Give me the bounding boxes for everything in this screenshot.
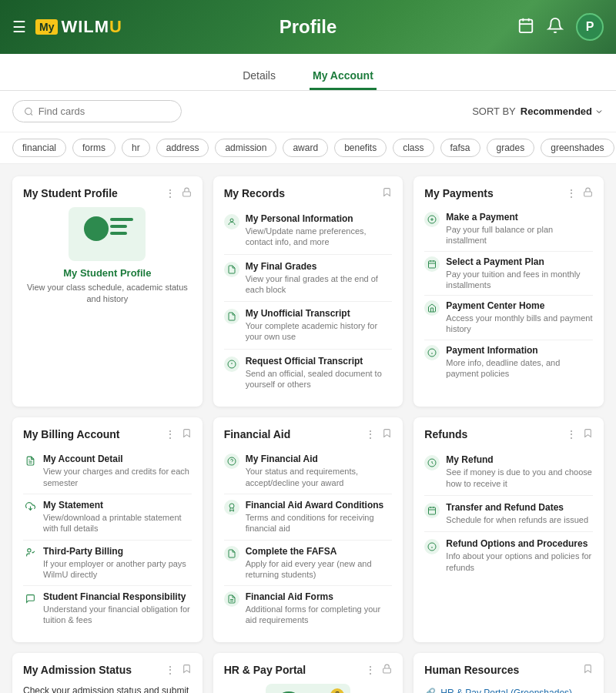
card-header-refunds: Refunds ⋮ (424, 428, 593, 440)
search-icon (24, 106, 34, 117)
chip-forms[interactable]: forms (72, 139, 116, 157)
my-payments-title: My Payments (424, 187, 493, 199)
card-human-resources: Human Resources 🔗 HR & Pay Portal (Green… (413, 653, 604, 693)
svg-rect-11 (584, 192, 592, 196)
logo-wilmu: WILMU (61, 17, 122, 37)
more-icon[interactable]: ⋮ (566, 428, 577, 440)
svg-rect-0 (520, 19, 533, 32)
svg-line-5 (31, 113, 32, 115)
chip-fafsa[interactable]: fafsa (440, 139, 480, 157)
fa-forms[interactable]: Financial Aid Forms Additional forms for… (224, 586, 393, 631)
svg-point-4 (25, 108, 32, 114)
search-input[interactable] (38, 105, 170, 117)
bell-icon[interactable] (547, 17, 564, 38)
card-header-my-payments: My Payments ⋮ (424, 187, 593, 199)
student-profile-actions: ⋮ (165, 187, 192, 199)
more-icon[interactable]: ⋮ (365, 664, 376, 676)
filter-chips: financial forms hr address admission awa… (0, 132, 616, 164)
card-financial-aid: Financial Aid ⋮ My Financial Aid Your st… (213, 417, 403, 641)
billing-statement[interactable]: My Statement View/download a printable s… (23, 494, 192, 541)
tab-my-account[interactable]: My Account (310, 63, 377, 90)
page-title: Profile (280, 16, 337, 38)
my-billing-actions: ⋮ (165, 428, 192, 440)
payment-plan[interactable]: Select a Payment Plan Pay your tuition a… (424, 252, 593, 296)
chip-admission[interactable]: admission (215, 139, 276, 157)
financial-aid-actions: ⋮ (365, 428, 392, 440)
student-profile-desc: View your class schedule, academic statu… (23, 282, 192, 306)
card-admission: My Admission Status ⋮ Check your admissi… (12, 653, 203, 693)
refund-my-refund[interactable]: My Refund See if money is due to you and… (424, 448, 593, 496)
refunds-title: Refunds (424, 428, 467, 440)
fa-my-aid[interactable]: My Financial Aid Your status and require… (224, 448, 393, 494)
chip-financial[interactable]: financial (12, 139, 66, 157)
chip-benefits[interactable]: benefits (334, 139, 387, 157)
my-records-title: My Records (224, 187, 285, 199)
more-icon[interactable]: ⋮ (365, 428, 376, 440)
student-profile-title: My Student Profile (23, 187, 118, 199)
more-icon[interactable]: ⋮ (165, 428, 176, 440)
chip-greenshades[interactable]: greenshades (541, 139, 614, 157)
student-profile-image (23, 207, 192, 261)
main-grid: My Student Profile ⋮ My Student Profile … (0, 164, 616, 693)
bookmark-icon[interactable] (182, 428, 192, 440)
chip-hr[interactable]: hr (122, 139, 150, 157)
admission-actions: ⋮ (165, 664, 192, 676)
calendar-icon[interactable] (517, 17, 534, 38)
lock-icon[interactable] (382, 664, 392, 676)
card-header-human-resources: Human Resources (424, 664, 593, 676)
bookmark-icon[interactable] (382, 428, 392, 440)
header: ☰ My WILMU Profile P (0, 0, 616, 54)
bookmark-icon[interactable] (182, 664, 192, 676)
lock-icon[interactable] (583, 187, 593, 199)
svg-point-25 (27, 549, 30, 552)
payment-make[interactable]: Make a Payment Pay your full balance or … (424, 207, 593, 252)
card-header-admission: My Admission Status ⋮ (23, 664, 192, 676)
hr-portal-title: HR & Pay Portal (224, 664, 306, 676)
payment-center[interactable]: Payment Center Home Access your monthly … (424, 296, 593, 340)
more-icon[interactable]: ⋮ (165, 664, 176, 676)
payment-info[interactable]: Payment Information More info, deadline … (424, 340, 593, 384)
refunds-actions: ⋮ (566, 428, 593, 440)
student-profile-link[interactable]: My Student Profile (23, 267, 192, 279)
svg-point-28 (229, 504, 234, 508)
chip-class[interactable]: class (393, 139, 434, 157)
chip-grades[interactable]: grades (487, 139, 535, 157)
more-icon[interactable]: ⋮ (165, 187, 176, 199)
chip-award[interactable]: award (283, 139, 328, 157)
card-header-financial-aid: Financial Aid ⋮ (224, 428, 393, 440)
record-final-grades[interactable]: My Final Grades View your final grades a… (224, 255, 393, 303)
bookmark-icon[interactable] (583, 428, 593, 440)
bookmark-icon[interactable] (583, 664, 593, 676)
billing-responsibility[interactable]: Student Financial Responsibility Underst… (23, 586, 192, 631)
card-hr-portal: HR & Pay Portal ⋮ $ ⏰ HR & Pay Portal Lo (213, 653, 403, 693)
bookmark-icon[interactable] (382, 187, 392, 199)
avatar[interactable]: P (576, 13, 604, 41)
billing-account-detail[interactable]: My Account Detail View your charges and … (23, 448, 192, 494)
hamburger-icon[interactable]: ☰ (12, 18, 26, 36)
fa-fafsa[interactable]: Complete the FAFSA Apply for aid every y… (224, 541, 393, 587)
more-icon[interactable]: ⋮ (566, 187, 577, 199)
chip-address[interactable]: address (156, 139, 209, 157)
tab-details[interactable]: Details (239, 63, 279, 90)
card-my-payments: My Payments ⋮ Make a Payment Pay your fu… (413, 176, 604, 407)
card-my-billing: My Billing Account ⋮ My Account Detail V… (12, 417, 203, 641)
svg-rect-15 (429, 261, 436, 268)
search-wrap[interactable] (12, 100, 182, 122)
fa-award-conditions[interactable]: Financial Aid Award Conditions Terms and… (224, 494, 393, 541)
sort-dropdown[interactable]: Recommended (521, 105, 604, 117)
lock-icon[interactable] (182, 187, 192, 199)
card-header-student-profile: My Student Profile ⋮ (23, 187, 192, 199)
record-official-transcript[interactable]: Request Official Transcript Send an offi… (224, 350, 393, 397)
card-refunds: Refunds ⋮ My Refund See if money is due … (413, 417, 604, 641)
record-personal-info[interactable]: My Personal Information View/Update name… (224, 207, 393, 255)
tabs: Details My Account (0, 54, 616, 91)
hr-portal-actions: ⋮ (365, 664, 392, 676)
my-billing-title: My Billing Account (23, 428, 119, 440)
human-resources-actions (583, 664, 593, 676)
record-unofficial-transcript[interactable]: My Unofficial Transcript Your complete a… (224, 302, 393, 350)
billing-third-party[interactable]: Third-Party Billing If your employer or … (23, 541, 192, 587)
refund-transfer-dates[interactable]: Transfer and Refund Dates Schedule for w… (424, 496, 593, 532)
admission-desc: Check your admission status and submit a… (23, 684, 192, 693)
refund-options[interactable]: Refund Options and Procedures Info about… (424, 532, 593, 579)
hr-link-greenshades[interactable]: 🔗 HR & Pay Portal (Greenshades) (424, 684, 593, 693)
